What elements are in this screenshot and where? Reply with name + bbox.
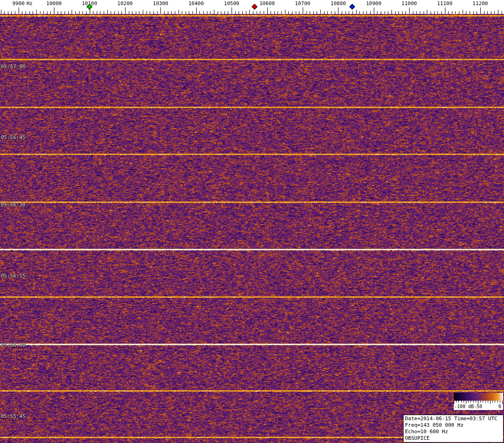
colorbar-tick [490,401,491,404]
colorbar-tick [483,401,483,403]
colorbar-scale: -100 dB -50 0 [454,401,503,410]
colorbar-tick [480,401,481,403]
colorbar-tick [454,401,454,404]
colorbar-tick [502,401,503,404]
colorbar-tick [471,401,471,403]
colorbar-tick [473,401,474,403]
waterfall-area: 05:57:0005:56:4505:56:3005:56:1505:56:00… [0,14,504,443]
info-line-date: Date=2014-06-15 Time=03:57 UTC [405,416,502,422]
colorbar-tick [495,401,495,403]
colorbar-tick [500,401,500,403]
colorbar-tick [478,401,478,404]
colorbar-tick [497,401,498,403]
colorbar-tick [464,401,464,403]
colorbar-tick [456,401,457,403]
info-box: Date=2014-06-15 Time=03:57 UTC Freq=143 … [403,415,504,443]
info-line-freq: Freq=143 050 000 Hz [405,422,502,429]
colorbar-gradient [454,393,503,401]
time-label: 05:56:45 [1,134,26,140]
time-label: 05:56:00 [1,342,26,348]
info-line-echo: Echo=10 600 Hz [405,429,502,435]
colorbar-label-mid: -50 [474,404,482,409]
info-line-station: OBSUPICE [405,435,502,442]
colorbar-label-max: 0 [498,404,501,409]
time-label: 05:57:00 [1,64,26,70]
time-label: 05:56:15 [1,273,26,279]
colorbar-tick [492,401,493,403]
colorbar-tick [476,401,476,403]
colorbar-label-min: -100 dB [454,404,474,409]
time-label: 05:56:30 [1,202,26,208]
time-label: 05:55:45 [1,413,26,419]
colorbar-tick [461,401,462,403]
colorbar-tick [485,401,486,403]
waterfall-spectrogram-canvas [0,14,504,443]
amplitude-colorbar: -100 dB -50 0 [454,393,503,410]
frequency-ruler [0,0,504,14]
colorbar-tick [458,401,459,403]
spectrogram-screen: 05:57:0005:56:4505:56:3005:56:1505:56:00… [0,0,504,443]
colorbar-tick [488,401,488,403]
colorbar-tick [468,401,469,403]
colorbar-tick [466,401,466,404]
